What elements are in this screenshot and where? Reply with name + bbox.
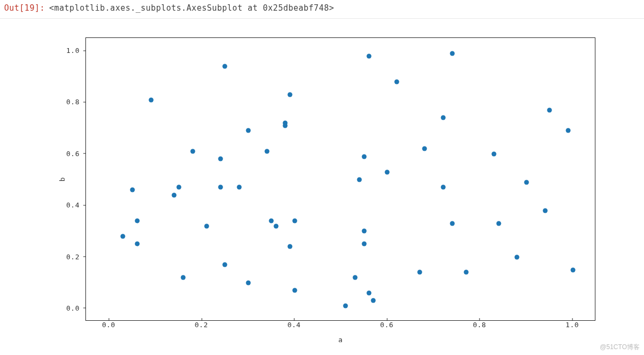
y-tick: 0.8 [66,98,83,106]
x-tick: 0.0 [102,321,115,329]
data-point [135,242,139,246]
data-point [223,263,227,267]
watermark: @51CTO博客 [600,343,640,352]
data-point [362,242,366,246]
data-point [273,223,278,228]
data-point [362,154,366,159]
scatter-plot: b a 0.00.20.40.60.81.00.00.20.40.60.81.0 [51,21,611,352]
data-point [450,221,454,226]
data-point [269,219,274,223]
data-point [352,275,357,280]
x-tick: 1.0 [566,321,579,329]
data-point [418,270,422,275]
data-point [246,128,250,133]
x-tick: 0.8 [473,321,486,329]
data-point [246,280,250,285]
data-point [343,304,348,308]
x-tick: 0.2 [195,321,208,329]
x-tick: 0.6 [380,321,394,329]
data-point [570,267,575,272]
data-point [450,51,454,56]
data-point [366,291,371,296]
data-point [464,270,468,275]
data-point [237,185,241,190]
data-point [371,298,376,303]
data-point [264,149,269,154]
data-point [223,64,227,69]
y-tick: 0.2 [66,252,83,260]
data-point [288,92,293,97]
data-point [130,188,135,192]
x-tick: 0.4 [287,321,301,329]
data-point [441,185,445,190]
data-point [385,169,390,174]
data-point [218,185,223,190]
y-axis-label: b [57,37,68,321]
data-point [357,178,362,182]
y-tick: 0.6 [66,149,83,157]
data-point [121,234,125,239]
data-point [135,219,139,223]
data-point [422,146,427,151]
data-point [566,128,570,133]
y-tick: 1.0 [66,47,83,55]
data-point [492,151,497,156]
out-value: <matplotlib.axes._subplots.AxesSubplot a… [49,2,334,13]
axes-frame [85,37,595,321]
output-cell: Out[19]: <matplotlib.axes._subplots.Axes… [0,0,644,19]
data-point [176,185,181,190]
data-point [218,157,223,161]
data-point [204,223,209,228]
data-point [148,97,153,102]
data-point [441,115,445,120]
data-point [496,221,501,226]
x-axis-label: a [85,336,595,344]
out-prompt: Out[19]: [0,2,49,13]
data-point [515,254,520,259]
data-point [366,53,371,58]
data-point [181,275,186,280]
data-point [171,192,176,197]
data-point [543,208,547,213]
data-point [292,288,297,293]
data-point [547,107,552,112]
data-point [362,229,366,234]
y-tick: 0.0 [66,304,83,312]
y-tick: 0.4 [66,201,83,209]
data-point [288,244,293,249]
data-point [283,123,288,128]
data-point [292,219,297,223]
data-point [524,180,529,184]
data-point [190,149,195,154]
data-point [394,79,399,84]
